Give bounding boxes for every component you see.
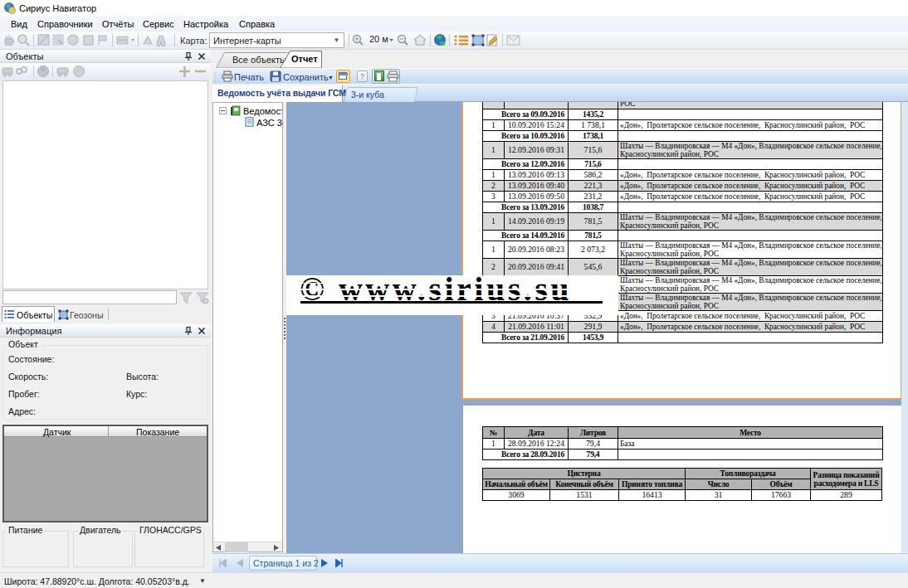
svg-text:20 м: 20 м bbox=[369, 34, 388, 44]
